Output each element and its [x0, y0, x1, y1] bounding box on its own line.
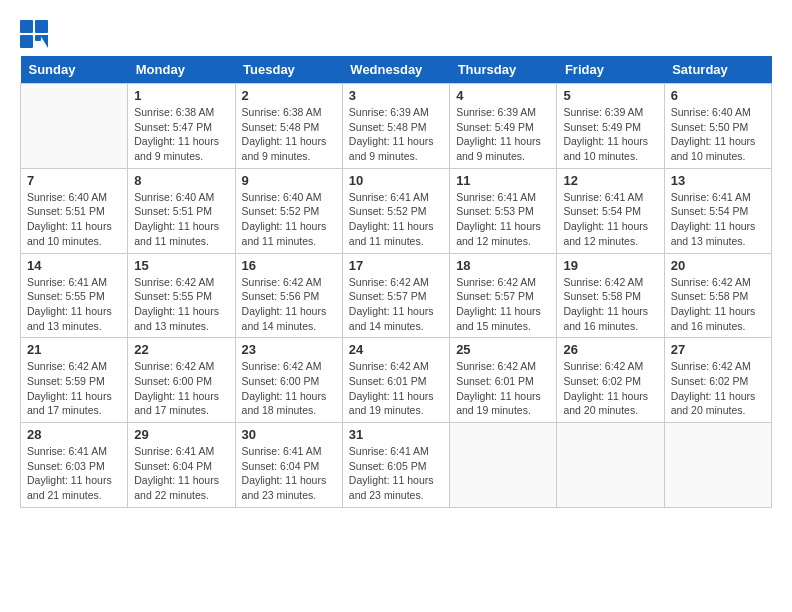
svg-rect-3 — [35, 35, 41, 41]
day-info: Sunrise: 6:42 AMSunset: 6:00 PMDaylight:… — [242, 359, 336, 418]
day-info: Sunrise: 6:40 AMSunset: 5:51 PMDaylight:… — [134, 190, 228, 249]
day-info: Sunrise: 6:40 AMSunset: 5:52 PMDaylight:… — [242, 190, 336, 249]
day-info: Sunrise: 6:41 AMSunset: 5:52 PMDaylight:… — [349, 190, 443, 249]
day-number: 20 — [671, 258, 765, 273]
day-number: 2 — [242, 88, 336, 103]
calendar-cell: 24Sunrise: 6:42 AMSunset: 6:01 PMDayligh… — [342, 338, 449, 423]
calendar-cell: 3Sunrise: 6:39 AMSunset: 5:48 PMDaylight… — [342, 84, 449, 169]
day-number: 15 — [134, 258, 228, 273]
calendar-cell: 21Sunrise: 6:42 AMSunset: 5:59 PMDayligh… — [21, 338, 128, 423]
day-number: 1 — [134, 88, 228, 103]
day-info: Sunrise: 6:38 AMSunset: 5:47 PMDaylight:… — [134, 105, 228, 164]
day-number: 28 — [27, 427, 121, 442]
day-info: Sunrise: 6:42 AMSunset: 5:55 PMDaylight:… — [134, 275, 228, 334]
day-number: 31 — [349, 427, 443, 442]
day-number: 5 — [563, 88, 657, 103]
calendar-cell — [21, 84, 128, 169]
calendar-cell: 23Sunrise: 6:42 AMSunset: 6:00 PMDayligh… — [235, 338, 342, 423]
calendar-cell — [664, 423, 771, 508]
calendar-week-row: 7Sunrise: 6:40 AMSunset: 5:51 PMDaylight… — [21, 168, 772, 253]
day-number: 4 — [456, 88, 550, 103]
calendar-cell: 2Sunrise: 6:38 AMSunset: 5:48 PMDaylight… — [235, 84, 342, 169]
day-info: Sunrise: 6:42 AMSunset: 5:57 PMDaylight:… — [349, 275, 443, 334]
calendar-cell: 7Sunrise: 6:40 AMSunset: 5:51 PMDaylight… — [21, 168, 128, 253]
day-number: 29 — [134, 427, 228, 442]
calendar-cell: 10Sunrise: 6:41 AMSunset: 5:52 PMDayligh… — [342, 168, 449, 253]
calendar-cell — [450, 423, 557, 508]
day-number: 14 — [27, 258, 121, 273]
day-info: Sunrise: 6:42 AMSunset: 5:57 PMDaylight:… — [456, 275, 550, 334]
day-info: Sunrise: 6:39 AMSunset: 5:49 PMDaylight:… — [563, 105, 657, 164]
day-info: Sunrise: 6:42 AMSunset: 5:58 PMDaylight:… — [563, 275, 657, 334]
day-info: Sunrise: 6:42 AMSunset: 5:56 PMDaylight:… — [242, 275, 336, 334]
calendar-cell: 5Sunrise: 6:39 AMSunset: 5:49 PMDaylight… — [557, 84, 664, 169]
calendar-cell: 4Sunrise: 6:39 AMSunset: 5:49 PMDaylight… — [450, 84, 557, 169]
day-number: 21 — [27, 342, 121, 357]
logo-icon — [20, 20, 48, 48]
calendar-cell: 29Sunrise: 6:41 AMSunset: 6:04 PMDayligh… — [128, 423, 235, 508]
calendar-table: SundayMondayTuesdayWednesdayThursdayFrid… — [20, 56, 772, 508]
day-info: Sunrise: 6:41 AMSunset: 5:55 PMDaylight:… — [27, 275, 121, 334]
calendar-cell: 18Sunrise: 6:42 AMSunset: 5:57 PMDayligh… — [450, 253, 557, 338]
day-number: 3 — [349, 88, 443, 103]
day-info: Sunrise: 6:41 AMSunset: 5:53 PMDaylight:… — [456, 190, 550, 249]
day-number: 22 — [134, 342, 228, 357]
day-number: 16 — [242, 258, 336, 273]
day-info: Sunrise: 6:41 AMSunset: 5:54 PMDaylight:… — [563, 190, 657, 249]
day-info: Sunrise: 6:42 AMSunset: 6:00 PMDaylight:… — [134, 359, 228, 418]
day-info: Sunrise: 6:39 AMSunset: 5:48 PMDaylight:… — [349, 105, 443, 164]
logo — [20, 20, 52, 48]
weekday-header-thursday: Thursday — [450, 56, 557, 84]
day-info: Sunrise: 6:41 AMSunset: 6:03 PMDaylight:… — [27, 444, 121, 503]
calendar-cell: 15Sunrise: 6:42 AMSunset: 5:55 PMDayligh… — [128, 253, 235, 338]
weekday-header-saturday: Saturday — [664, 56, 771, 84]
day-number: 27 — [671, 342, 765, 357]
weekday-header-tuesday: Tuesday — [235, 56, 342, 84]
day-number: 23 — [242, 342, 336, 357]
calendar-week-row: 1Sunrise: 6:38 AMSunset: 5:47 PMDaylight… — [21, 84, 772, 169]
calendar-cell: 1Sunrise: 6:38 AMSunset: 5:47 PMDaylight… — [128, 84, 235, 169]
day-number: 30 — [242, 427, 336, 442]
calendar-cell: 9Sunrise: 6:40 AMSunset: 5:52 PMDaylight… — [235, 168, 342, 253]
day-number: 10 — [349, 173, 443, 188]
day-info: Sunrise: 6:41 AMSunset: 6:05 PMDaylight:… — [349, 444, 443, 503]
calendar-cell: 16Sunrise: 6:42 AMSunset: 5:56 PMDayligh… — [235, 253, 342, 338]
day-info: Sunrise: 6:42 AMSunset: 5:59 PMDaylight:… — [27, 359, 121, 418]
calendar-cell: 27Sunrise: 6:42 AMSunset: 6:02 PMDayligh… — [664, 338, 771, 423]
calendar-week-row: 28Sunrise: 6:41 AMSunset: 6:03 PMDayligh… — [21, 423, 772, 508]
svg-rect-0 — [20, 20, 33, 33]
calendar-cell: 26Sunrise: 6:42 AMSunset: 6:02 PMDayligh… — [557, 338, 664, 423]
calendar-cell: 28Sunrise: 6:41 AMSunset: 6:03 PMDayligh… — [21, 423, 128, 508]
day-number: 11 — [456, 173, 550, 188]
day-number: 13 — [671, 173, 765, 188]
calendar-cell: 25Sunrise: 6:42 AMSunset: 6:01 PMDayligh… — [450, 338, 557, 423]
calendar-week-row: 14Sunrise: 6:41 AMSunset: 5:55 PMDayligh… — [21, 253, 772, 338]
day-number: 12 — [563, 173, 657, 188]
day-info: Sunrise: 6:40 AMSunset: 5:50 PMDaylight:… — [671, 105, 765, 164]
calendar-cell: 19Sunrise: 6:42 AMSunset: 5:58 PMDayligh… — [557, 253, 664, 338]
calendar-cell: 8Sunrise: 6:40 AMSunset: 5:51 PMDaylight… — [128, 168, 235, 253]
calendar-cell — [557, 423, 664, 508]
day-number: 26 — [563, 342, 657, 357]
weekday-header-wednesday: Wednesday — [342, 56, 449, 84]
day-number: 25 — [456, 342, 550, 357]
calendar-cell: 14Sunrise: 6:41 AMSunset: 5:55 PMDayligh… — [21, 253, 128, 338]
calendar-cell: 30Sunrise: 6:41 AMSunset: 6:04 PMDayligh… — [235, 423, 342, 508]
calendar-week-row: 21Sunrise: 6:42 AMSunset: 5:59 PMDayligh… — [21, 338, 772, 423]
svg-rect-2 — [20, 35, 33, 48]
svg-marker-4 — [40, 35, 48, 48]
day-info: Sunrise: 6:38 AMSunset: 5:48 PMDaylight:… — [242, 105, 336, 164]
calendar-cell: 6Sunrise: 6:40 AMSunset: 5:50 PMDaylight… — [664, 84, 771, 169]
weekday-header-friday: Friday — [557, 56, 664, 84]
calendar-cell: 31Sunrise: 6:41 AMSunset: 6:05 PMDayligh… — [342, 423, 449, 508]
day-info: Sunrise: 6:42 AMSunset: 6:02 PMDaylight:… — [563, 359, 657, 418]
weekday-header-sunday: Sunday — [21, 56, 128, 84]
day-info: Sunrise: 6:40 AMSunset: 5:51 PMDaylight:… — [27, 190, 121, 249]
calendar-cell: 13Sunrise: 6:41 AMSunset: 5:54 PMDayligh… — [664, 168, 771, 253]
page-header — [20, 20, 772, 48]
day-info: Sunrise: 6:42 AMSunset: 6:01 PMDaylight:… — [349, 359, 443, 418]
day-number: 8 — [134, 173, 228, 188]
day-number: 18 — [456, 258, 550, 273]
day-info: Sunrise: 6:42 AMSunset: 5:58 PMDaylight:… — [671, 275, 765, 334]
calendar-cell: 20Sunrise: 6:42 AMSunset: 5:58 PMDayligh… — [664, 253, 771, 338]
